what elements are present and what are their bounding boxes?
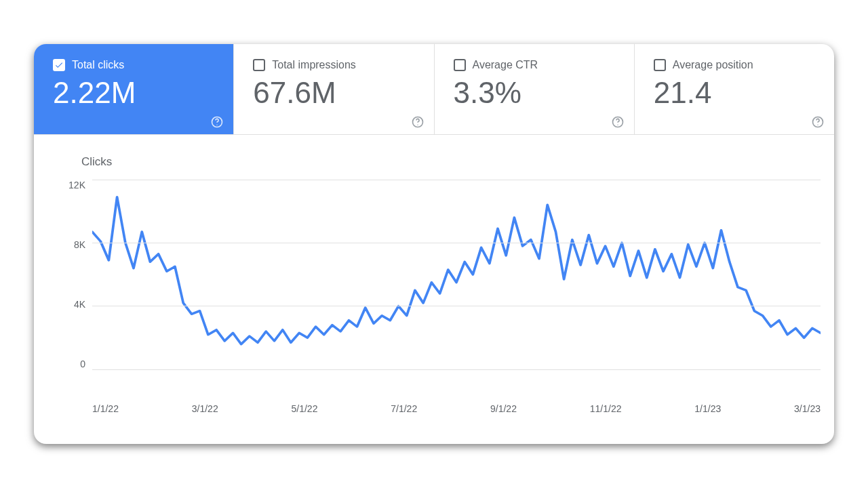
svg-point-1 bbox=[217, 124, 218, 125]
chart-area: Clicks 12K8K4K0 1/1/223/1/225/1/227/1/22… bbox=[34, 135, 834, 444]
x-tick: 11/1/22 bbox=[590, 403, 622, 424]
metric-tabs: Total clicks2.22MTotal impressions67.6MA… bbox=[34, 44, 834, 134]
line-series bbox=[92, 180, 821, 369]
metric-label: Average position bbox=[673, 59, 753, 71]
y-tick: 8K bbox=[74, 239, 85, 250]
metric-header: Total impressions bbox=[253, 59, 414, 71]
y-tick: 12K bbox=[68, 180, 85, 190]
checkbox-icon bbox=[454, 59, 466, 71]
metric-value: 3.3% bbox=[454, 77, 615, 109]
metric-label: Total clicks bbox=[72, 59, 124, 71]
plot-area[interactable] bbox=[92, 180, 821, 369]
x-tick: 3/1/22 bbox=[192, 403, 218, 424]
grid-line bbox=[92, 180, 821, 180]
metric-header: Total clicks bbox=[53, 59, 214, 71]
grid-line bbox=[92, 306, 821, 306]
metric-tab-impressions[interactable]: Total impressions67.6M bbox=[234, 44, 434, 134]
svg-point-5 bbox=[617, 124, 618, 125]
checkbox-icon bbox=[253, 59, 265, 71]
metric-header: Average CTR bbox=[454, 59, 615, 71]
y-tick: 4K bbox=[74, 299, 85, 310]
grid-line bbox=[92, 243, 821, 243]
metric-label: Average CTR bbox=[473, 59, 538, 71]
chart-title: Clicks bbox=[81, 155, 821, 169]
svg-point-3 bbox=[417, 124, 418, 125]
y-tick: 0 bbox=[80, 359, 85, 369]
help-icon[interactable] bbox=[411, 115, 425, 129]
x-tick: 7/1/22 bbox=[391, 403, 417, 424]
metric-value: 21.4 bbox=[654, 77, 815, 109]
x-tick: 9/1/22 bbox=[490, 403, 517, 424]
metric-value: 2.22M bbox=[53, 77, 214, 109]
metric-tab-position[interactable]: Average position21.4 bbox=[635, 44, 834, 134]
x-tick: 5/1/22 bbox=[292, 403, 318, 424]
y-axis: 12K8K4K0 bbox=[54, 180, 92, 369]
help-icon[interactable] bbox=[210, 115, 224, 129]
x-tick: 1/1/22 bbox=[92, 403, 119, 424]
checkbox-icon bbox=[53, 59, 65, 71]
metric-tab-clicks[interactable]: Total clicks2.22M bbox=[34, 44, 234, 134]
help-icon[interactable] bbox=[611, 115, 625, 129]
checkbox-icon bbox=[654, 59, 666, 71]
metric-value: 67.6M bbox=[253, 77, 414, 109]
chart: 12K8K4K0 bbox=[54, 180, 821, 396]
x-axis: 1/1/223/1/225/1/227/1/229/1/2211/1/221/1… bbox=[92, 396, 821, 424]
x-tick: 3/1/23 bbox=[794, 403, 821, 424]
help-icon[interactable] bbox=[811, 115, 825, 129]
svg-point-7 bbox=[817, 124, 818, 125]
performance-card: Total clicks2.22MTotal impressions67.6MA… bbox=[34, 44, 834, 443]
grid-line bbox=[92, 369, 821, 370]
x-tick: 1/1/23 bbox=[694, 403, 721, 424]
metric-tab-ctr[interactable]: Average CTR3.3% bbox=[435, 44, 635, 134]
metric-header: Average position bbox=[654, 59, 815, 71]
metric-label: Total impressions bbox=[272, 59, 356, 71]
